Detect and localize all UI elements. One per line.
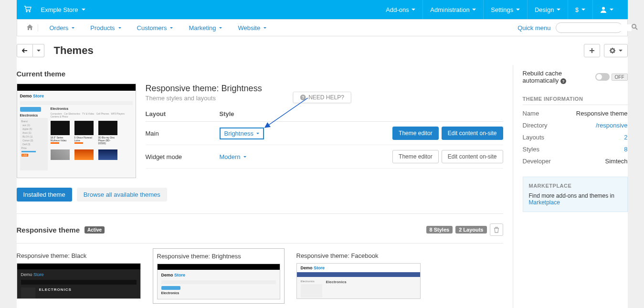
chevron-down-icon <box>118 27 121 29</box>
nav-addons[interactable]: Add-ons <box>379 0 422 19</box>
style-row-widget: Widget mode Modern Theme editor Edit con… <box>146 145 503 169</box>
theme-editor-button[interactable]: Theme editor <box>392 150 439 163</box>
info-styles-value[interactable]: 8 <box>624 146 627 153</box>
nav-administration[interactable]: Administration <box>422 0 483 19</box>
subnav-products[interactable]: Products <box>84 24 130 32</box>
rebuild-cache-label: Rebuild cache automatically ? <box>523 70 595 84</box>
search-box[interactable] <box>556 22 623 33</box>
chevron-down-icon <box>264 27 266 29</box>
current-theme-heading: Current theme <box>17 70 503 78</box>
chevron-down-icon <box>82 9 85 11</box>
theme-card[interactable]: Responsive theme: Facebook Demo Store El… <box>296 252 421 304</box>
layout-label: Main <box>146 130 220 137</box>
delete-button[interactable] <box>490 223 503 236</box>
theme-name: Responsive theme: Brightness <box>146 84 503 94</box>
back-dropdown[interactable] <box>33 44 44 57</box>
svg-point-0 <box>26 11 27 12</box>
theme-card[interactable]: Responsive theme: Black Demo Store ELECT… <box>17 252 141 304</box>
tab-browse-themes[interactable]: Browse all available themes <box>77 188 167 202</box>
marketplace-link[interactable]: Marketplace <box>529 199 560 206</box>
tab-installed-theme[interactable]: Installed theme <box>17 188 72 202</box>
chevron-down-icon <box>72 27 74 29</box>
chevron-down-icon <box>256 133 259 134</box>
svg-point-1 <box>29 11 30 12</box>
info-name-value: Responsive theme <box>576 110 628 117</box>
col-style-header: Style <box>220 110 503 117</box>
gear-button[interactable] <box>604 44 628 57</box>
theme-card[interactable]: Responsive theme: Brightness Demo Store … <box>153 248 285 304</box>
layouts-count-badge: 2 Layouts <box>455 226 486 234</box>
info-dir-label: Directory <box>523 122 548 129</box>
layout-label: Widget mode <box>146 153 220 160</box>
info-name-label: Name <box>523 110 539 117</box>
theme-card-title: Responsive theme: Black <box>17 252 141 259</box>
nav-design[interactable]: Design <box>527 0 568 19</box>
cart-icon[interactable] <box>24 6 32 14</box>
chevron-down-icon <box>412 9 415 11</box>
marketplace-box: MARKETPLACE Find more add-ons and themes… <box>523 177 628 212</box>
store-name-label: Exmple Store <box>41 6 78 13</box>
user-icon <box>600 6 607 13</box>
active-badge: Active <box>84 226 105 234</box>
theme-card-thumbnail: Demo Store Electronics <box>157 264 280 299</box>
svg-line-4 <box>635 28 637 30</box>
subnav-marketing[interactable]: Marketing <box>182 24 231 32</box>
search-input[interactable] <box>560 24 632 31</box>
style-dropdown-main[interactable]: Brightness <box>220 127 264 139</box>
marketplace-text: Find more add-ons and themes in <box>529 192 614 199</box>
back-button[interactable] <box>17 44 33 57</box>
subnav-orders[interactable]: Orders <box>43 24 84 32</box>
info-dir-value[interactable]: /responsive <box>596 122 627 129</box>
nav-currency[interactable]: $ <box>568 0 592 19</box>
chevron-down-icon <box>170 27 173 29</box>
subnav: Orders Products Customers Marketing Webs… <box>17 19 628 36</box>
chevron-down-icon <box>243 156 246 158</box>
gear-icon <box>609 47 616 54</box>
info-layouts-label: Layouts <box>523 134 545 141</box>
theme-info-heading: THEME INFORMATION <box>523 96 628 105</box>
info-layouts-value[interactable]: 2 <box>624 134 627 141</box>
theme-editor-button[interactable]: Theme editor <box>392 127 439 140</box>
home-icon[interactable] <box>22 24 38 32</box>
svg-point-2 <box>602 7 605 10</box>
subnav-customers[interactable]: Customers <box>130 24 182 32</box>
page-title: Themes <box>54 44 94 57</box>
trash-icon <box>494 227 499 233</box>
help-icon[interactable]: ? <box>560 78 566 84</box>
chevron-down-icon <box>557 9 560 11</box>
chevron-down-icon <box>37 50 41 52</box>
edit-onsite-button[interactable]: Edit content on-site <box>442 150 503 163</box>
edit-onsite-button[interactable]: Edit content on-site <box>442 127 503 140</box>
store-selector[interactable]: Exmple Store <box>41 6 88 13</box>
chevron-down-icon <box>219 27 222 29</box>
style-dropdown-widget[interactable]: Modern <box>220 153 246 160</box>
info-styles-label: Styles <box>523 146 539 153</box>
marketplace-heading: MARKETPLACE <box>529 183 622 189</box>
theme-card-thumbnail: Demo Store ELECTRONICS <box>17 263 141 299</box>
current-theme-thumbnail: Demo Store Electronics Brand aoc (1) App… <box>17 84 136 178</box>
chevron-down-icon <box>581 9 585 11</box>
chevron-down-icon <box>516 9 520 11</box>
theme-card-thumbnail: Demo Store Electronics Electronics <box>296 263 421 299</box>
responsive-theme-heading: Responsive theme <box>17 226 80 234</box>
subnav-website[interactable]: Website <box>231 24 275 32</box>
style-row-main: Main Brightness Theme editor Edit conten… <box>146 122 503 145</box>
rebuild-cache-toggle[interactable]: OFF <box>595 73 628 81</box>
info-dev-label: Developer <box>523 158 551 165</box>
chevron-down-icon <box>472 9 476 11</box>
theme-subtitle: Theme styles and layouts <box>146 95 503 102</box>
svg-point-3 <box>632 24 636 28</box>
col-layout-header: Layout <box>146 110 220 117</box>
topbar: Exmple Store Add-ons Administration Sett… <box>17 0 628 19</box>
styles-count-badge: 8 Styles <box>426 226 453 234</box>
info-dev-value: Simtech <box>605 158 628 165</box>
search-icon[interactable] <box>632 24 638 32</box>
chevron-down-icon <box>610 9 613 11</box>
page-header: Themes <box>17 36 628 65</box>
theme-card-title: Responsive theme: Brightness <box>157 253 280 260</box>
nav-account[interactable] <box>592 0 621 19</box>
theme-card-title: Responsive theme: Facebook <box>296 252 421 259</box>
quick-menu-link[interactable]: Quick menu <box>517 24 550 32</box>
nav-settings[interactable]: Settings <box>483 0 527 19</box>
add-button[interactable] <box>584 44 600 57</box>
